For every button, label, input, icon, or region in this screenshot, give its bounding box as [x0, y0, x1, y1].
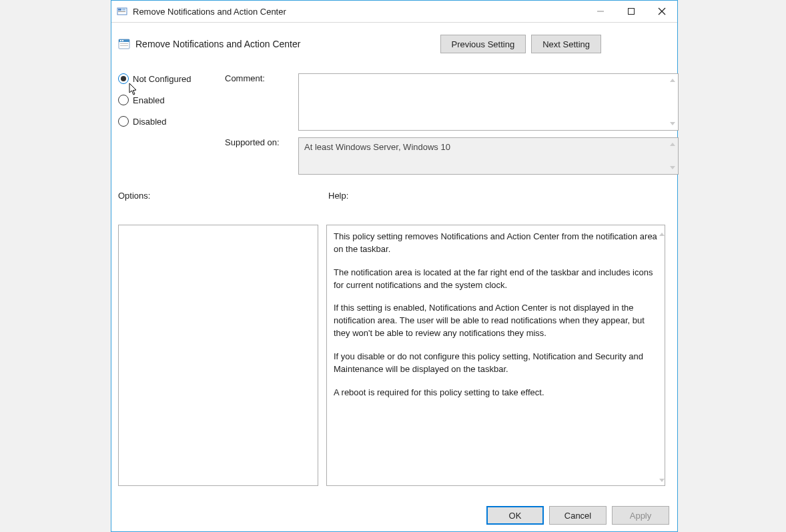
supported-on-field: At least Windows Server, Windows 10	[298, 137, 679, 175]
help-label: Help:	[328, 191, 348, 201]
supported-on-label: Supported on:	[225, 137, 298, 147]
radio-not-configured[interactable]: Not Configured	[118, 73, 225, 84]
scroll-down-icon	[669, 163, 677, 171]
cursor-icon	[129, 83, 139, 96]
dialog-window: Remove Notifications and Action Center	[111, 0, 678, 532]
maximize-button[interactable]	[616, 1, 647, 23]
svg-rect-11	[122, 40, 123, 41]
svg-rect-1	[118, 9, 121, 11]
svg-rect-3	[118, 11, 125, 12]
help-paragraph: If this setting is enabled, Notification…	[334, 302, 658, 340]
window-title: Remove Notifications and Action Center	[133, 7, 286, 17]
radio-label: Disabled	[133, 117, 167, 127]
help-panel[interactable]: This policy setting removes Notification…	[326, 225, 665, 486]
radio-enabled[interactable]: Enabled	[118, 95, 225, 105]
supported-on-text: At least Windows Server, Windows 10	[304, 142, 450, 152]
scroll-down-icon	[659, 474, 667, 482]
radio-label: Enabled	[133, 95, 165, 105]
help-paragraph: The notification area is located at the …	[334, 267, 658, 292]
radio-icon	[118, 95, 129, 105]
svg-rect-13	[120, 45, 128, 46]
options-label: Options:	[118, 191, 328, 201]
svg-rect-10	[120, 40, 121, 41]
ok-button[interactable]: OK	[486, 506, 544, 525]
comment-textarea[interactable]	[298, 73, 679, 131]
page-title: Remove Notifications and Action Center	[135, 39, 300, 49]
close-button[interactable]	[647, 1, 677, 23]
options-panel	[118, 225, 318, 486]
help-paragraph: This policy setting removes Notification…	[334, 231, 658, 256]
help-paragraph: A reboot is required for this policy set…	[334, 387, 658, 399]
policy-icon	[118, 38, 130, 50]
minimize-button[interactable]	[585, 1, 616, 23]
scroll-down-icon	[669, 119, 677, 127]
comment-label: Comment:	[225, 73, 298, 83]
apply-button[interactable]: Apply	[612, 506, 669, 525]
radio-label: Not Configured	[133, 74, 191, 84]
radio-icon	[118, 116, 129, 127]
svg-rect-2	[122, 9, 125, 11]
next-setting-button[interactable]: Next Setting	[531, 35, 601, 53]
app-icon	[117, 6, 127, 17]
scroll-up-icon	[669, 77, 677, 85]
help-paragraph: If you disable or do not configure this …	[334, 351, 658, 376]
svg-rect-12	[120, 43, 128, 44]
scroll-up-icon	[659, 229, 667, 237]
radio-disabled[interactable]: Disabled	[118, 116, 225, 127]
previous-setting-button[interactable]: Previous Setting	[440, 35, 526, 53]
radio-icon	[118, 73, 129, 84]
scroll-up-icon	[669, 141, 677, 149]
svg-rect-5	[629, 9, 635, 15]
titlebar: Remove Notifications and Action Center	[111, 1, 677, 23]
cancel-button[interactable]: Cancel	[549, 506, 607, 525]
